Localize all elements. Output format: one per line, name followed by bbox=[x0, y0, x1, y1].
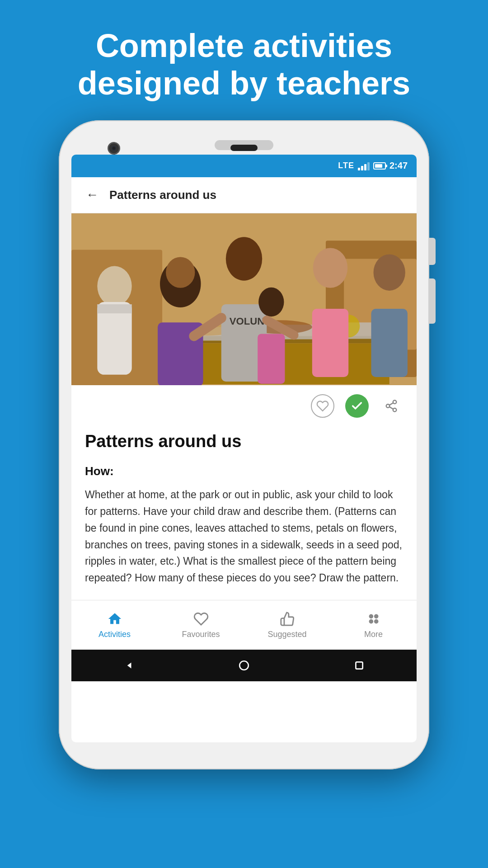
battery-fill bbox=[375, 164, 382, 168]
signal-bar-3 bbox=[364, 164, 366, 170]
article-content: Patterns around us How: Whether at home,… bbox=[71, 427, 417, 600]
android-back-button[interactable] bbox=[122, 659, 136, 672]
status-time: 2:47 bbox=[389, 160, 408, 171]
action-row bbox=[71, 385, 417, 427]
lte-label: LTE bbox=[338, 161, 354, 170]
heart-icon bbox=[316, 400, 329, 412]
status-bar-icons: LTE 2:47 bbox=[338, 160, 408, 171]
phone-earpiece bbox=[230, 145, 258, 151]
svg-rect-31 bbox=[71, 213, 417, 385]
svg-point-39 bbox=[369, 620, 372, 623]
signal-bar-1 bbox=[358, 168, 360, 170]
share-button[interactable] bbox=[380, 394, 403, 418]
page-header: Complete activities designed by teachers bbox=[0, 0, 488, 120]
phone-shell: LTE 2:47 ← Patterns around us bbox=[59, 120, 429, 769]
android-nav-bar bbox=[71, 650, 417, 681]
bottom-nav: Activities Favourites bbox=[71, 600, 417, 650]
back-button[interactable]: ← bbox=[82, 184, 102, 206]
favourites-label: Favourites bbox=[182, 630, 220, 639]
svg-point-38 bbox=[375, 615, 378, 618]
nav-item-more[interactable]: More bbox=[330, 606, 417, 644]
activities-icon bbox=[107, 611, 123, 627]
svg-point-40 bbox=[375, 620, 378, 623]
more-label: More bbox=[364, 630, 383, 639]
article-body: Whether at home, at the park or out in p… bbox=[85, 486, 403, 586]
more-icon bbox=[366, 611, 382, 627]
signal-bar-2 bbox=[361, 166, 363, 170]
svg-point-37 bbox=[369, 615, 372, 618]
share-icon bbox=[385, 399, 398, 413]
phone-button-right-2 bbox=[429, 278, 436, 324]
nav-item-activities[interactable]: Activities bbox=[71, 606, 158, 644]
check-icon bbox=[351, 400, 363, 412]
battery-icon bbox=[373, 162, 386, 170]
phone-screen: LTE 2:47 ← Patterns around us bbox=[71, 155, 417, 742]
volunteer-scene-svg: VOLUNT bbox=[71, 213, 417, 385]
article-title: Patterns around us bbox=[85, 431, 403, 452]
favourites-icon bbox=[193, 611, 209, 627]
article-how-label: How: bbox=[85, 464, 403, 478]
page-header-title: Complete activities designed by teachers bbox=[36, 27, 452, 102]
suggested-label: Suggested bbox=[267, 630, 306, 639]
like-button[interactable] bbox=[311, 394, 334, 418]
complete-button[interactable] bbox=[345, 394, 369, 418]
svg-line-35 bbox=[389, 406, 394, 409]
status-bar: LTE 2:47 bbox=[71, 155, 417, 177]
camera-icon bbox=[108, 142, 120, 155]
phone-button-right-1 bbox=[429, 238, 436, 265]
app-bar-title: Patterns around us bbox=[109, 188, 216, 202]
nav-item-suggested[interactable]: Suggested bbox=[244, 606, 330, 644]
hero-image: VOLUNT bbox=[71, 213, 417, 385]
svg-line-36 bbox=[389, 403, 394, 405]
svg-point-42 bbox=[239, 661, 249, 670]
phone-top bbox=[71, 134, 417, 155]
svg-rect-43 bbox=[356, 662, 362, 669]
android-home-button[interactable] bbox=[237, 659, 251, 672]
android-recents-button[interactable] bbox=[352, 659, 366, 672]
phone-wrapper: LTE 2:47 ← Patterns around us bbox=[59, 120, 429, 769]
suggested-icon bbox=[279, 611, 296, 627]
activities-label: Activities bbox=[99, 630, 131, 639]
signal-bar-4 bbox=[367, 162, 370, 170]
signal-icon bbox=[358, 161, 370, 170]
svg-marker-41 bbox=[127, 662, 131, 668]
nav-item-favourites[interactable]: Favourites bbox=[158, 606, 244, 644]
app-bar: ← Patterns around us bbox=[71, 177, 417, 213]
